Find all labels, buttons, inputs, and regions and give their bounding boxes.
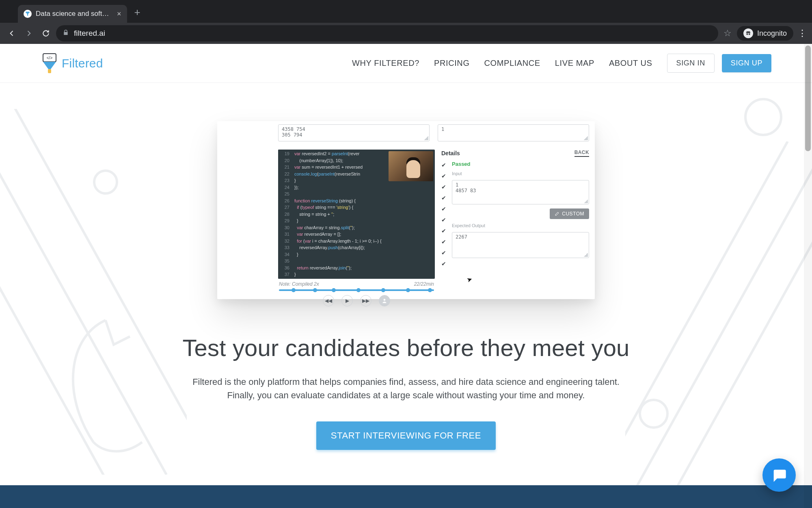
product-screenshot: 4358 754 305 794 1 19 20 21 22 23 24 25 … [217,121,595,299]
svg-text:</>: </> [47,56,53,60]
svg-point-8 [384,299,386,301]
nav-live-map[interactable]: LIVE MAP [555,59,594,68]
brand-logo[interactable]: </> Filtered [41,53,103,74]
mock-compile-note: Note: Compiled 2x [279,281,319,287]
check-icon: ✔ [441,195,446,201]
site-header: </> Filtered WHY FILTERED? PRICING COMPL… [0,44,812,83]
mock-input-top-left: 4358 754 305 794 [278,124,430,141]
nav-about-us[interactable]: ABOUT US [609,59,652,68]
svg-rect-4 [48,69,51,73]
reload-button[interactable] [39,26,53,40]
mock-expected-box: 2267 [452,232,589,258]
check-icon: ✔ [441,206,446,212]
hero-subline-1: Filtered is the only platform that helps… [192,375,620,389]
tab-favicon [24,10,32,18]
check-icon: ✔ [441,173,446,179]
nav-compliance[interactable]: COMPLIANCE [484,59,540,68]
blue-section-band [0,485,812,508]
check-icon: ✔ [441,217,446,223]
mock-expected-label: Expected Output [452,223,589,228]
play-icon: ▶ [341,295,353,306]
bookmark-star-icon[interactable]: ☆ [721,28,734,39]
hero-headline: Test your candidates before they meet yo… [182,334,629,361]
brand-wordmark: Filtered [62,56,103,70]
mock-back-button: BACK [574,150,589,157]
mock-input-top-right: 1 [438,124,589,141]
tab-title: Data science and software eng [36,10,113,18]
rewind-icon: ◀◀ [323,295,334,306]
check-icon: ✔ [441,239,446,245]
check-icon: ✔ [441,162,446,168]
vertical-scrollbar[interactable] [804,44,812,508]
close-tab-icon[interactable]: × [117,10,121,18]
browser-toolbar: filtered.ai ☆ Incognito ⋮ [0,23,812,44]
mock-details-title: Details [441,150,460,156]
lock-icon [63,29,69,38]
nav-pricing[interactable]: PRICING [434,59,470,68]
mock-input-box: 1 4857 83 [452,180,589,204]
browser-tab-active[interactable]: Data science and software eng × [18,5,127,23]
mock-time-note: 22/22min [414,281,434,287]
page-viewport: </> Filtered WHY FILTERED? PRICING COMPL… [0,44,812,508]
brand-mark-icon: </> [41,53,58,74]
chat-widget-button[interactable] [762,458,796,492]
primary-nav: WHY FILTERED? PRICING COMPLIANCE LIVE MA… [352,59,652,68]
address-bar[interactable]: filtered.ai [56,25,718,41]
mock-check-list: ✔✔✔✔✔✔✔✔✔✔ [441,161,446,267]
mock-playback-controls: ◀◀ ▶ ▶▶ [278,295,435,306]
mock-input-label: Input [452,171,589,176]
new-tab-button[interactable]: + [127,6,148,23]
browser-menu-icon[interactable]: ⋮ [797,28,807,39]
check-icon: ✔ [441,228,446,234]
sign-up-button[interactable]: SIGN UP [722,54,771,72]
nav-why-filtered[interactable]: WHY FILTERED? [352,59,419,68]
fast-forward-icon: ▶▶ [360,295,371,306]
url-text: filtered.ai [74,29,105,38]
cta-start-interviewing[interactable]: START INTERVIEWING FOR FREE [316,421,496,450]
browser-tab-bar: Data science and software eng × + [0,0,812,23]
mock-details-panel: Details BACK ✔✔✔✔✔✔✔✔✔✔ Passed Input 1 4… [441,150,589,306]
incognito-icon [743,28,753,38]
svg-point-0 [746,33,748,35]
incognito-indicator[interactable]: Incognito [737,26,793,41]
mock-webcam-thumbnail [389,151,433,181]
user-icon [379,295,390,306]
mock-custom-button: CUSTOM [550,208,589,219]
mock-code-editor: 19 20 21 22 23 24 25 26 27 28 29 30 31 3… [278,150,435,279]
back-button[interactable] [5,26,19,40]
check-icon: ✔ [441,250,446,256]
forward-button[interactable] [22,26,36,40]
mock-scrubber [279,289,434,291]
window-controls [3,17,18,23]
sign-in-button[interactable]: SIGN IN [667,54,715,73]
svg-point-1 [749,33,750,35]
mock-passed-label: Passed [452,161,589,167]
check-icon: ✔ [441,184,446,190]
hero-subline-2: Finally, you can evaluate candidates at … [192,389,620,402]
check-icon: ✔ [441,261,446,267]
incognito-label: Incognito [757,29,787,38]
